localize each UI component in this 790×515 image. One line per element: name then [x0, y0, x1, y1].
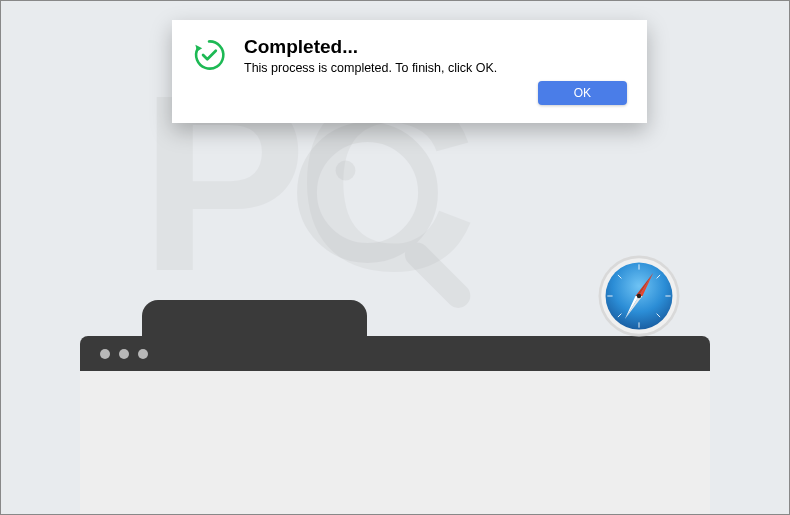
window-minimize-dot: [119, 349, 129, 359]
svg-point-2: [336, 161, 356, 181]
ok-button[interactable]: OK: [538, 81, 627, 105]
svg-point-18: [637, 294, 641, 298]
browser-title-bar: [80, 336, 710, 371]
dialog-title: Completed...: [244, 36, 627, 58]
window-maximize-dot: [138, 349, 148, 359]
browser-tab: [142, 300, 367, 338]
window-close-dot: [100, 349, 110, 359]
completed-dialog: Completed... This process is completed. …: [172, 20, 647, 123]
safari-compass-icon: [595, 252, 683, 340]
svg-point-0: [307, 132, 428, 253]
browser-content-area: [80, 371, 710, 515]
dialog-message: This process is completed. To finish, cl…: [244, 61, 627, 75]
window-controls: [100, 349, 148, 359]
checkmark-refresh-icon: [192, 38, 226, 72]
